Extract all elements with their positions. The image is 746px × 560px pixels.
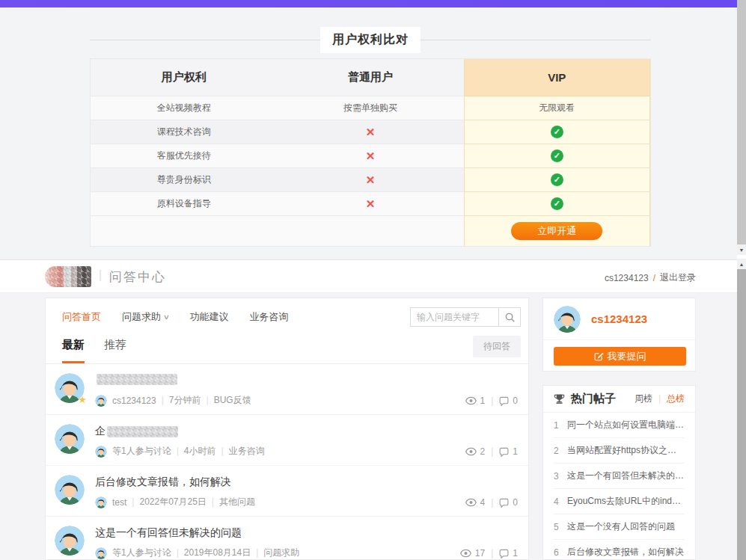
scroll-up-arrow[interactable]: ▲ (737, 259, 746, 269)
cta-empty-cell-1 (91, 216, 277, 246)
hot-post-item[interactable]: 1 同一个站点如何设置电脑端是www.XX... (554, 413, 685, 438)
hot-post-item[interactable]: 2 当网站配置好https协议之后 全站url h... (554, 438, 685, 464)
table-row: 客服优先接待 ✕ ✓ (91, 144, 650, 168)
post-meta: 等1人参与讨论 2019年08月14日 问题求助 (95, 547, 299, 559)
hot-post-title: 后台修改文章报错，如何解决 (567, 546, 684, 559)
regular-user-cell: ✕ (277, 120, 463, 144)
hot-post-item[interactable]: 4 EyouCms去除URL中的index.php (554, 489, 685, 514)
cta-empty-cell-2 (277, 216, 463, 246)
nav-item[interactable]: 问题求助 ∨ (122, 307, 169, 327)
nav-item[interactable]: 问答首页 (62, 307, 101, 327)
vip-cell: ✓ (464, 144, 650, 168)
views-icon (465, 396, 477, 405)
avatar (55, 526, 85, 556)
pending-answer-button[interactable]: 待回答 (473, 336, 521, 357)
hot-posts-card: 热门帖子 周榜总榜 1 同一个站点如何设置电脑端是www.XX... 2 当网站… (542, 385, 696, 560)
right-label-cell: 客服优先接待 (91, 144, 277, 168)
vip-compare-section: 用户权利比对 用户权利 普通用户 VIP 全站视频教程 按需单独购买 无限观看 … (0, 7, 746, 259)
search-button[interactable] (498, 307, 521, 327)
sidebar-username[interactable]: cs1234123 (591, 313, 647, 325)
post-title[interactable]: 这是一个有回答但未解决的问题 (95, 526, 242, 540)
masked-title-block (107, 426, 178, 437)
vip-cell: 无限观看 (464, 96, 650, 120)
table-cta-row: 立即开通 (91, 216, 650, 246)
user-row: cs1234123 (543, 298, 695, 340)
replies-count: 1 (513, 548, 518, 559)
post-time: 4小时前 (171, 445, 216, 458)
page-title: 问答中心 (109, 268, 166, 286)
ask-button-label: 我要提问 (608, 350, 646, 363)
ask-question-button[interactable]: 我要提问 (554, 347, 686, 366)
feed-tab[interactable]: 最新 (62, 338, 85, 363)
vip-cell: ✓ (464, 168, 650, 192)
replies-count: 1 (513, 446, 518, 457)
post-list-item[interactable]: ★ cs1234123 7分钟前 BUG反馈 1 0 (46, 364, 528, 415)
hot-post-rank: 5 (554, 522, 567, 532)
post-title-text: 这是一个有回答但未解决的问题 (95, 526, 242, 540)
hot-post-title: 这是一个有回答但未解决的问题 (567, 470, 685, 482)
hot-tab[interactable]: 总榜 (652, 393, 685, 405)
activate-vip-button[interactable]: 立即开通 (511, 222, 602, 240)
right-label-cell: 尊贵身份标识 (91, 168, 277, 192)
hot-post-item[interactable]: 5 这是一个没有人回答的问题 (554, 514, 685, 540)
post-list-item[interactable]: 这是一个有回答但未解决的问题 等1人参与讨论 2019年08月14日 问题求助 … (46, 517, 528, 560)
post-list-item[interactable]: 企 等1人参与讨论 4小时前 业务咨询 2 1 (46, 415, 528, 466)
account-separator: / (653, 273, 655, 283)
inner-scrollbar-thumb[interactable] (737, 269, 746, 560)
views-count: 17 (475, 548, 485, 559)
hot-post-title: 当网站配置好https协议之后 全站url h... (567, 444, 685, 457)
post-title[interactable]: 企 (95, 425, 178, 438)
outer-scrollbar-thumb[interactable] (737, 0, 746, 244)
post-title[interactable]: 后台修改文章报错，如何解决 (95, 476, 231, 489)
header-username[interactable]: cs1234123 (605, 273, 649, 283)
search-input[interactable] (410, 307, 498, 327)
regular-user-cell: ✕ (277, 144, 463, 168)
qa-nav: 问答首页 问题求助 ∨ 功能建议 业务咨询 (46, 298, 528, 327)
table-row: 原料设备指导 ✕ ✓ (91, 192, 650, 216)
scroll-down-arrow[interactable]: ▼ (737, 244, 746, 255)
chevron-down-icon: ∨ (163, 307, 170, 327)
post-stats: 4 0 (465, 497, 519, 508)
section-title-wrap: 用户权利比对 (90, 27, 651, 53)
header-cell-vip: VIP (464, 59, 650, 96)
hot-post-item[interactable]: 6 后台修改文章报错，如何解决 (554, 540, 685, 560)
nav-item-label: 问答首页 (62, 307, 101, 327)
user-card: cs1234123 我要提问 (542, 298, 696, 372)
nav-item-label: 问题求助 (122, 307, 161, 327)
hot-post-item[interactable]: 3 这是一个有回答但未解决的问题 (554, 464, 685, 489)
regular-user-cell: 按需单独购买 (277, 96, 463, 120)
hot-post-title: 同一个站点如何设置电脑端是www.XX... (567, 419, 685, 431)
post-list-item[interactable]: 后台修改文章报错，如何解决 test 2022年07月25日 其他问题 4 0 (46, 466, 528, 517)
cross-icon: ✕ (366, 173, 376, 187)
replies-count: 0 (513, 497, 518, 508)
user-avatar (554, 306, 581, 333)
nav-item[interactable]: 业务咨询 (250, 307, 289, 327)
avatar (55, 475, 85, 505)
nav-item[interactable]: 功能建议 (190, 307, 229, 327)
poster-avatar-image (55, 424, 85, 454)
feed-tab[interactable]: 推荐 (104, 338, 126, 363)
views-icon (465, 447, 477, 456)
vip-badge-icon: ★ (78, 394, 87, 405)
logout-link[interactable]: 退出登录 (660, 271, 696, 284)
hot-tab[interactable]: 周榜 (635, 393, 652, 405)
post-title[interactable] (95, 374, 177, 385)
search-group (410, 307, 521, 327)
site-logo-image[interactable] (45, 266, 91, 287)
hot-posts-title: 热门帖子 (571, 392, 616, 406)
vip-compare-table: 用户权利 普通用户 VIP 全站视频教程 按需单独购买 无限观看 课程技术咨询 … (90, 58, 651, 247)
hot-post-title: EyouCms去除URL中的index.php (567, 495, 685, 508)
vip-table-body: 全站视频教程 按需单独购买 无限观看 课程技术咨询 ✕ ✓ 客服优先接待 ✕ ✓… (91, 96, 650, 216)
cta-cell: 立即开通 (464, 216, 650, 246)
views-icon (460, 549, 471, 558)
post-category: 其他问题 (207, 496, 255, 508)
right-label-cell: 全站视频教程 (91, 96, 277, 120)
replies-icon (499, 498, 509, 508)
post-stats: 1 0 (465, 396, 519, 406)
section-title: 用户权利比对 (320, 27, 421, 53)
check-icon: ✓ (551, 197, 563, 210)
post-author: cs1234123 (112, 396, 156, 406)
masked-title-block (97, 374, 177, 385)
regular-user-cell: ✕ (277, 168, 463, 192)
feed-tabs: 最新推荐待回答 (46, 336, 528, 364)
